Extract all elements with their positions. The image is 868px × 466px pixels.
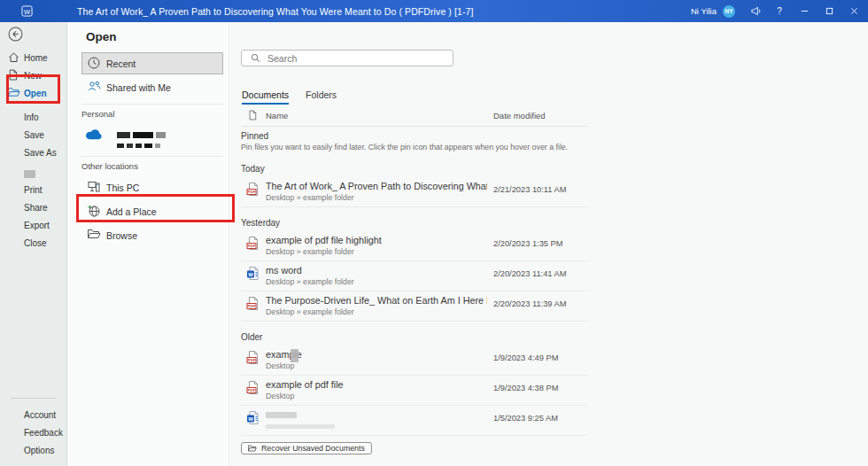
place-recent[interactable]: Recent <box>81 52 223 74</box>
sidebar-item-label: New <box>24 71 42 81</box>
divider <box>241 126 587 127</box>
column-header-name[interactable]: Name <box>266 111 288 120</box>
sidebar-item-label: Account <box>24 410 56 420</box>
sidebar-item-label: Options <box>24 446 54 455</box>
folder-icon <box>248 445 257 452</box>
onedrive-cloud-icon <box>85 128 104 144</box>
place-label: Add a Place <box>106 206 157 217</box>
place-onedrive[interactable] <box>81 124 223 151</box>
sidebar-item-label: Save As <box>24 148 57 158</box>
svg-text:PDF: PDF <box>248 304 256 308</box>
file-row-ms-word[interactable]: Wms wordDesktop » example folder2/20/202… <box>241 261 587 291</box>
tab-documents[interactable]: Documents <box>242 89 289 105</box>
file-name <box>266 409 335 420</box>
minimize-icon[interactable] <box>792 0 817 22</box>
place-add-a-place[interactable]: Add a Place <box>81 200 223 222</box>
place-browse[interactable]: Browse <box>81 224 223 246</box>
file-row-example-of-pdf-file-highlight[interactable]: PDFexample of pdf file highlightDesktop … <box>241 231 587 261</box>
place-label: Browse <box>106 230 137 241</box>
home-icon <box>8 51 19 63</box>
sidebar-item-label: Home <box>24 53 48 63</box>
sidebar-item-label: Save <box>24 130 44 140</box>
file-date-modified: 1/5/2023 9:25 AM <box>493 414 558 423</box>
recent-files-panel: Documents Folders Name Date modified Pin… <box>229 22 868 466</box>
file-path: Desktop » example folder <box>266 307 487 316</box>
sidebar-item-export[interactable]: Export <box>0 216 66 234</box>
sidebar-item-close[interactable]: Close <box>0 234 66 252</box>
sidebar-item-info[interactable]: Info <box>0 108 66 126</box>
pdf-file-icon: PDF <box>246 350 260 365</box>
pinned-section-label: Pinned <box>241 131 268 141</box>
megaphone-icon[interactable] <box>744 0 767 22</box>
file-row-example[interactable]: PDFexampleDesktop1/9/2023 4:49 PM <box>241 346 587 376</box>
avatar[interactable]: NY <box>723 5 735 18</box>
recover-unsaved-documents-button[interactable]: Recover Unsaved Documents <box>241 442 372 454</box>
file-row[interactable]: W1/5/2023 9:25 AM <box>241 406 587 436</box>
search-box[interactable] <box>241 50 453 66</box>
backstage-sidebar: HomeNewOpen InfoSaveSave As PrintShareEx… <box>0 22 67 466</box>
browse-folder-icon <box>88 229 101 239</box>
place-shared-with-me[interactable]: Shared with Me <box>81 76 223 98</box>
file-row-the-art-of-work-a-proven-path-[interactable]: PDFThe Art of Work_ A Proven Path to Dis… <box>241 177 587 207</box>
sidebar-item-new[interactable]: New <box>0 66 66 84</box>
sidebar-item-options[interactable]: Options <box>0 441 66 459</box>
search-input[interactable] <box>266 52 453 65</box>
maximize-icon[interactable] <box>817 0 841 22</box>
sidebar-item-label: Open <box>24 89 47 98</box>
file-date-modified: 1/9/2023 4:38 PM <box>493 384 558 392</box>
search-icon <box>251 53 260 63</box>
svg-text:W: W <box>24 8 30 16</box>
svg-text:W: W <box>248 272 253 277</box>
sidebar-item-label: Export <box>24 221 50 230</box>
file-date-modified: 2/20/2023 11:39 AM <box>493 299 567 308</box>
sidebar-item-home[interactable]: Home <box>0 49 66 66</box>
pdf-file-icon: PDF <box>246 296 260 311</box>
file-name: ms word <box>266 265 354 276</box>
close-icon[interactable] <box>841 0 866 22</box>
redacted-account-email <box>117 137 163 153</box>
file-path: Desktop <box>266 361 302 370</box>
file-name: example of pdf file <box>266 379 344 390</box>
place-this-pc[interactable]: This PC <box>81 176 223 198</box>
divider <box>81 104 223 105</box>
sidebar-item-open[interactable]: Open <box>0 84 66 102</box>
sidebar-item-label: Close <box>24 238 47 248</box>
tab-folders[interactable]: Folders <box>306 89 337 105</box>
group-heading-today: Today <box>241 164 587 174</box>
help-button[interactable]: ? <box>767 0 792 22</box>
file-name: The Art of Work_ A Proven Path to Discov… <box>266 181 487 191</box>
svg-text:PDF: PDF <box>248 244 256 248</box>
sidebar-item-account[interactable]: Account <box>0 406 66 423</box>
sidebar-item-share[interactable]: Share <box>0 198 66 216</box>
back-button[interactable] <box>8 27 23 42</box>
file-row-the-purpose-driven-life-what-o[interactable]: PDFThe Purpose-Driven Life_ What on Eart… <box>241 291 587 322</box>
sidebar-item-save-as[interactable]: Save As <box>0 144 66 161</box>
user-name[interactable]: Ni Yilia <box>691 6 717 16</box>
column-header-date-modified[interactable]: Date modified <box>493 111 546 120</box>
pc-icon <box>88 181 100 193</box>
sidebar-divider <box>11 398 56 399</box>
group-heading-older: Older <box>241 332 587 342</box>
word-file-icon: W <box>246 410 260 425</box>
svg-text:PDF: PDF <box>248 190 256 194</box>
sidebar-item-feedback[interactable]: Feedback <box>0 423 66 441</box>
sidebar-item-label: Feedback <box>24 428 63 438</box>
sidebar-item-label: Print <box>24 185 43 195</box>
file-path: Desktop » example folder <box>266 247 382 256</box>
file-date-modified: 1/9/2023 4:49 PM <box>493 353 558 362</box>
titlebar: W The Art of Work_ A Proven Path to Disc… <box>0 0 868 22</box>
sidebar-item-label: Info <box>24 113 39 122</box>
file-path: Desktop » example folder <box>266 193 487 202</box>
open-folder-icon <box>8 87 20 97</box>
file-name: The Purpose-Driven Life_ What on Earth A… <box>266 295 487 306</box>
sidebar-item-save[interactable]: Save <box>0 126 66 144</box>
svg-text:PDF: PDF <box>248 388 256 392</box>
file-row-example-of-pdf-file[interactable]: PDFexample of pdf fileDesktop1/9/2023 4:… <box>241 376 587 406</box>
divider <box>81 156 223 157</box>
group-heading-yesterday: Yesterday <box>241 218 587 228</box>
sidebar-item-print[interactable]: Print <box>0 181 66 198</box>
new-doc-icon <box>8 69 18 81</box>
people-icon <box>88 81 101 92</box>
recover-button-label: Recover Unsaved Documents <box>261 444 365 453</box>
place-label: Shared with Me <box>106 82 171 93</box>
